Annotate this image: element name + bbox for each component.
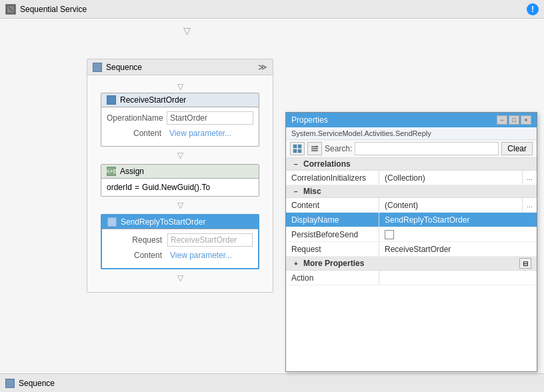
receive-activity-header: ReceiveStartOrder bbox=[101, 93, 259, 107]
prop-value-displayname: SendReplyToStartOrder bbox=[379, 213, 537, 227]
workflow-canvas: Sequential Service ! ▽ Sequence ≫ ▽ bbox=[0, 0, 544, 392]
prop-btn-content[interactable]: ... bbox=[522, 198, 537, 212]
sequence-header: Sequence ≫ bbox=[87, 59, 273, 75]
assign-header: A+B Assign bbox=[101, 165, 259, 179]
prop-name-action: Action bbox=[286, 271, 379, 285]
prop-value-request: ReceiveStartOrder bbox=[379, 242, 537, 256]
content-label: Content bbox=[107, 129, 167, 138]
receive-activity-box[interactable]: ReceiveStartOrder OperationName StartOrd… bbox=[101, 93, 259, 147]
op-value[interactable]: StartOrder bbox=[167, 111, 253, 125]
content-link[interactable]: View parameter... bbox=[167, 127, 253, 139]
receive-icon bbox=[107, 95, 116, 105]
prop-btn-correlationinitializers[interactable]: ... bbox=[522, 171, 537, 185]
send-reply-activity-box[interactable]: SendReplyToStartOrder Request ReceiveSta… bbox=[101, 214, 259, 269]
props-close-btn[interactable]: × bbox=[521, 115, 531, 125]
props-category-btn[interactable] bbox=[290, 142, 305, 155]
prop-row-displayname[interactable]: DisplayName SendReplyToStartOrder bbox=[286, 213, 537, 227]
top-bar-title: Sequential Service bbox=[20, 5, 87, 14]
top-bar-icon bbox=[5, 4, 16, 15]
sequence-container: Sequence ≫ ▽ ReceiveStartOrder Operation… bbox=[87, 59, 273, 293]
arrow3: ▽ bbox=[87, 201, 273, 210]
more-props-label: More Properties bbox=[303, 259, 364, 268]
assign-icon: A+B bbox=[107, 167, 116, 176]
arrow2: ▽ bbox=[87, 151, 273, 160]
assign-right: Guid.NewGuid().To bbox=[142, 183, 210, 192]
prop-name-content: Content bbox=[286, 198, 379, 212]
prop-row-content[interactable]: Content (Content) ... bbox=[286, 198, 537, 213]
svg-rect-2 bbox=[293, 145, 297, 148]
assign-left: orderId bbox=[107, 183, 132, 192]
send-reply-icon bbox=[107, 217, 117, 227]
more-props-expand-icon: + bbox=[291, 259, 301, 268]
props-minimize-btn[interactable]: − bbox=[497, 115, 507, 125]
correlations-label: Correlations bbox=[303, 159, 351, 169]
search-input[interactable] bbox=[355, 142, 499, 155]
props-title-bar: Properties − □ × bbox=[286, 113, 537, 127]
prop-row-correlationinitializers[interactable]: CorrelationInitializers (Collection) ... bbox=[286, 171, 537, 185]
sequence-label: Sequence bbox=[106, 63, 142, 72]
sequence-icon bbox=[93, 63, 102, 72]
more-props-section-header[interactable]: + More Properties ⊟ bbox=[286, 257, 537, 271]
props-subtitle: System.ServiceModel.Activities.SendReply bbox=[286, 127, 537, 140]
prop-value-action bbox=[379, 271, 537, 285]
top-bar: Sequential Service ! bbox=[0, 0, 544, 19]
assign-body: orderId = Guid.NewGuid().To bbox=[101, 179, 259, 196]
clear-button[interactable]: Clear bbox=[501, 142, 533, 155]
req-value[interactable]: ReceiveStartOrder bbox=[167, 233, 253, 247]
arrow4: ▽ bbox=[87, 273, 273, 283]
assign-activity-box[interactable]: A+B Assign orderId = Guid.NewGuid().To bbox=[101, 164, 259, 197]
bottom-bar: Sequence bbox=[0, 373, 544, 392]
prop-row-request[interactable]: Request ReceiveStartOrder bbox=[286, 242, 537, 257]
props-grid: − Correlations CorrelationInitializers (… bbox=[286, 158, 537, 371]
req-label: Request bbox=[107, 235, 167, 245]
bottom-seq-label: Sequence bbox=[19, 379, 55, 388]
sr-content-link[interactable]: View parameter... bbox=[167, 249, 253, 261]
send-reply-header: SendReplyToStartOrder bbox=[102, 215, 258, 229]
correlations-section-header[interactable]: − Correlations bbox=[286, 158, 537, 171]
prop-value-persistbeforesend bbox=[379, 227, 537, 241]
prop-name-persistbeforesend: PersistBeforeSend bbox=[286, 227, 379, 241]
props-title-buttons: − □ × bbox=[497, 115, 531, 125]
svg-line-1 bbox=[9, 7, 13, 11]
send-reply-body: Request ReceiveStartOrder Content View p… bbox=[102, 229, 258, 268]
misc-expand-icon: − bbox=[291, 187, 301, 196]
arrow1: ▽ bbox=[87, 82, 273, 91]
prop-row-persistbeforesend[interactable]: PersistBeforeSend bbox=[286, 227, 537, 242]
misc-label: Misc bbox=[303, 187, 321, 196]
receive-label: ReceiveStartOrder bbox=[120, 95, 186, 105]
persist-checkbox[interactable] bbox=[385, 230, 394, 239]
svg-rect-5 bbox=[298, 149, 301, 153]
prop-name-request: Request bbox=[286, 242, 379, 256]
props-title: Properties bbox=[291, 115, 328, 125]
prop-name-correlationinitializers: CorrelationInitializers bbox=[286, 171, 379, 185]
properties-panel: Properties − □ × System.ServiceModel.Act… bbox=[285, 112, 537, 372]
prop-row-action[interactable]: Action bbox=[286, 271, 537, 285]
props-toolbar: Search: Clear bbox=[286, 140, 537, 158]
sequence-collapse-btn[interactable]: ≫ bbox=[258, 62, 267, 72]
misc-section-header[interactable]: − Misc bbox=[286, 185, 537, 198]
more-props-toggle-btn[interactable]: ⊟ bbox=[519, 258, 531, 269]
prop-value-content: (Content) bbox=[379, 198, 522, 212]
op-label: OperationName bbox=[107, 113, 167, 123]
svg-rect-3 bbox=[298, 145, 301, 148]
send-reply-label: SendReplyToStartOrder bbox=[121, 217, 205, 227]
assign-op: = bbox=[135, 183, 139, 192]
assign-label: Assign bbox=[120, 167, 144, 176]
props-sort-btn[interactable] bbox=[307, 142, 322, 155]
prop-name-displayname: DisplayName bbox=[286, 213, 379, 227]
prop-value-correlationinitializers: (Collection) bbox=[379, 171, 522, 185]
receive-activity-body: OperationName StartOrder Content View pa… bbox=[101, 107, 259, 146]
bottom-seq-icon bbox=[5, 379, 15, 388]
top-arrow: ▽ bbox=[180, 25, 193, 36]
correlations-expand-icon: − bbox=[291, 159, 301, 169]
warning-icon: ! bbox=[527, 3, 539, 15]
sr-content-label: Content bbox=[107, 251, 167, 260]
svg-rect-4 bbox=[293, 149, 297, 153]
search-label: Search: bbox=[325, 144, 352, 153]
props-restore-btn[interactable]: □ bbox=[509, 115, 519, 125]
